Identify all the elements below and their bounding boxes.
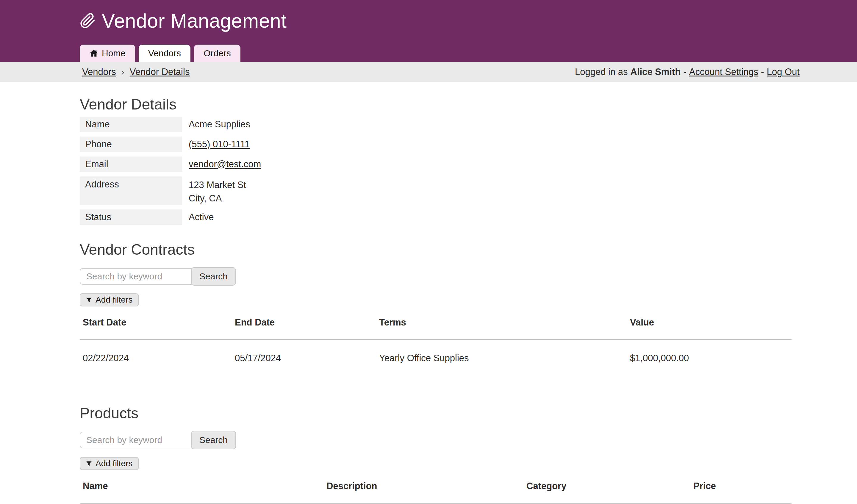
app-header: Vendor Management Home Vendors Orders (0, 0, 857, 62)
tab-home-label: Home (102, 48, 125, 58)
detail-label: Name (80, 117, 182, 132)
products-col-name: Name (80, 481, 323, 504)
detail-label: Email (80, 156, 182, 172)
breadcrumb-separator-icon: › (121, 67, 124, 77)
vendor-name-value: Acme Supplies (182, 117, 250, 132)
products-col-description: Description (323, 481, 523, 504)
contract-row: 02/22/2024 05/17/2024 Yearly Office Supp… (80, 339, 792, 371)
breadcrumb: Vendors › Vendor Details (82, 67, 189, 77)
paperclip-icon (80, 13, 96, 29)
main-nav: Home Vendors Orders (80, 45, 240, 62)
products-heading: Products (80, 405, 792, 422)
contract-start-date: 02/22/2024 (80, 339, 232, 371)
tab-orders-label: Orders (203, 48, 231, 58)
filter-funnel-icon (86, 297, 92, 303)
breadcrumb-bar: Vendors › Vendor Details Logged in as Al… (0, 62, 857, 82)
vendor-status-value: Active (182, 209, 214, 225)
address-line-1: 123 Market St (189, 178, 246, 191)
products-search-row: Search (80, 431, 792, 449)
home-icon (89, 49, 98, 58)
contracts-search-input[interactable] (80, 268, 195, 285)
app-title: Vendor Management (102, 10, 287, 32)
contracts-col-start-date: Start Date (80, 317, 232, 339)
detail-row-status: Status Active (80, 209, 792, 225)
logged-in-prefix: Logged in as (575, 67, 628, 77)
account-settings-link[interactable]: Account Settings (689, 67, 758, 77)
contracts-add-filters-button[interactable]: Add filters (80, 293, 139, 306)
detail-row-phone: Phone (555) 010-1111 (80, 137, 792, 152)
products-add-filters-button[interactable]: Add filters (80, 457, 139, 470)
add-filters-label: Add filters (96, 295, 133, 305)
detail-row-name: Name Acme Supplies (80, 117, 792, 132)
main-content: Vendor Details Name Acme Supplies Phone … (80, 96, 792, 504)
tab-home[interactable]: Home (80, 45, 135, 62)
contracts-col-terms: Terms (376, 317, 627, 339)
contracts-search-button[interactable]: Search (191, 267, 236, 286)
detail-label: Status (80, 209, 182, 225)
vendor-details-heading: Vendor Details (80, 96, 792, 113)
add-filters-label: Add filters (96, 459, 133, 468)
detail-label: Phone (80, 137, 182, 152)
contracts-table: Start Date End Date Terms Value 02/22/20… (80, 317, 792, 371)
contract-terms: Yearly Office Supplies (376, 339, 627, 371)
contracts-header-row: Start Date End Date Terms Value (80, 317, 792, 339)
contracts-col-value: Value (627, 317, 792, 339)
detail-row-email: Email vendor@test.com (80, 156, 792, 172)
session-info: Logged in as Alice Smith - Account Setti… (575, 67, 800, 77)
tab-orders[interactable]: Orders (194, 45, 240, 62)
products-search-input[interactable] (80, 432, 195, 448)
vendor-phone-link[interactable]: (555) 010-1111 (189, 139, 250, 150)
filter-funnel-icon (86, 460, 92, 467)
contract-end-date: 05/17/2024 (232, 339, 376, 371)
vendor-address-value: 123 Market St City, CA (182, 177, 246, 205)
logged-in-user: Alice Smith (631, 67, 681, 77)
breadcrumb-link-vendors[interactable]: Vendors (82, 67, 116, 77)
contracts-search-row: Search (80, 267, 792, 286)
contracts-col-end-date: End Date (232, 317, 376, 339)
session-dash: - (761, 67, 764, 77)
session-dash: - (683, 67, 686, 77)
products-col-category: Category (523, 481, 690, 504)
app-title-row: Vendor Management (80, 10, 287, 32)
detail-label: Address (80, 177, 182, 205)
vendor-details-table: Name Acme Supplies Phone (555) 010-1111 … (80, 117, 792, 225)
products-table: Name Description Category Price (80, 481, 792, 504)
log-out-link[interactable]: Log Out (767, 67, 800, 77)
vendor-email-link[interactable]: vendor@test.com (189, 159, 261, 170)
products-col-price: Price (690, 481, 792, 504)
contract-value: $1,000,000.00 (627, 339, 792, 371)
breadcrumb-link-vendor-details[interactable]: Vendor Details (130, 67, 190, 77)
vendor-contracts-heading: Vendor Contracts (80, 241, 792, 258)
address-line-2: City, CA (189, 191, 222, 205)
products-header-row: Name Description Category Price (80, 481, 792, 504)
products-search-button[interactable]: Search (191, 431, 236, 449)
tab-vendors-label: Vendors (148, 48, 181, 58)
tab-vendors[interactable]: Vendors (139, 45, 190, 62)
detail-row-address: Address 123 Market St City, CA (80, 177, 792, 205)
